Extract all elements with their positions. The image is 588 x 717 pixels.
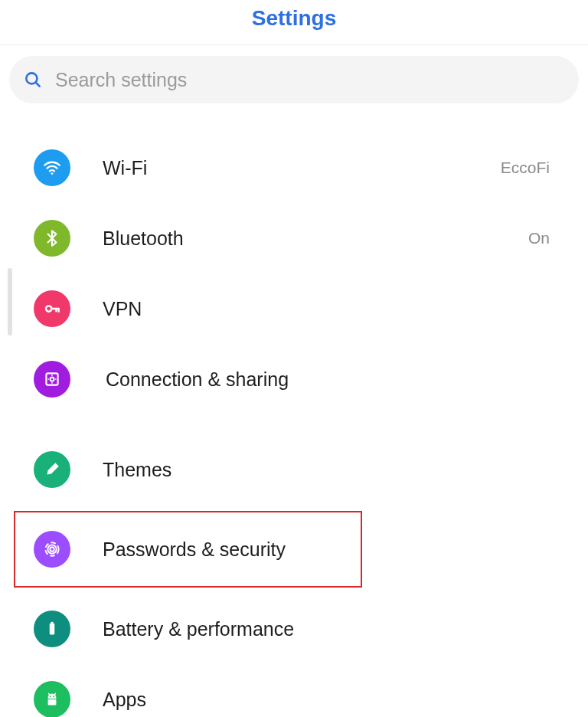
svg-point-2 [51, 172, 54, 175]
svg-point-17 [53, 696, 54, 697]
battery-icon [34, 611, 70, 647]
settings-item-label: Apps [103, 689, 554, 711]
svg-rect-18 [48, 699, 57, 706]
svg-line-1 [36, 83, 40, 87]
bluetooth-icon [34, 220, 70, 257]
key-icon [34, 290, 70, 327]
svg-point-8 [51, 378, 54, 381]
settings-item-themes[interactable]: Themes [0, 434, 588, 505]
gear-box-icon [34, 361, 70, 398]
section-gap [0, 414, 588, 434]
svg-point-10 [47, 545, 56, 553]
page-title: Settings [252, 6, 336, 30]
settings-item-label: VPN [103, 298, 554, 320]
search-icon [23, 70, 43, 90]
fingerprint-icon [34, 531, 70, 568]
search-input[interactable] [55, 69, 565, 91]
svg-rect-13 [51, 622, 53, 624]
settings-item-label: Bluetooth [103, 228, 528, 250]
header: Settings [0, 0, 588, 44]
svg-point-9 [50, 547, 54, 551]
settings-item-value: On [528, 229, 554, 247]
settings-item-connection-sharing[interactable]: Connection & sharing [0, 344, 588, 414]
settings-item-apps[interactable]: Apps [0, 664, 588, 717]
header-divider [0, 44, 588, 45]
settings-item-label: Wi-Fi [103, 157, 501, 179]
settings-item-passwords-security[interactable]: Passwords & security [0, 514, 588, 584]
android-icon [34, 681, 70, 717]
settings-item-vpn[interactable]: VPN [0, 273, 588, 344]
settings-item-label: Connection & sharing [106, 368, 554, 391]
svg-rect-12 [50, 623, 55, 634]
settings-item-label: Battery & performance [103, 618, 554, 640]
settings-item-label: Themes [103, 459, 554, 481]
brush-icon [34, 451, 70, 488]
settings-list: Wi-Fi EccoFi Bluetooth On VPN Connection… [0, 113, 588, 717]
settings-item-value: EccoFi [501, 159, 554, 177]
settings-item-bluetooth[interactable]: Bluetooth On [0, 203, 588, 273]
wifi-icon [34, 149, 70, 186]
settings-item-battery[interactable]: Battery & performance [0, 594, 588, 664]
svg-point-16 [50, 696, 51, 697]
search-bar[interactable] [9, 56, 579, 103]
settings-item-wifi[interactable]: Wi-Fi EccoFi [0, 133, 588, 203]
settings-item-label: Passwords & security [103, 539, 554, 561]
